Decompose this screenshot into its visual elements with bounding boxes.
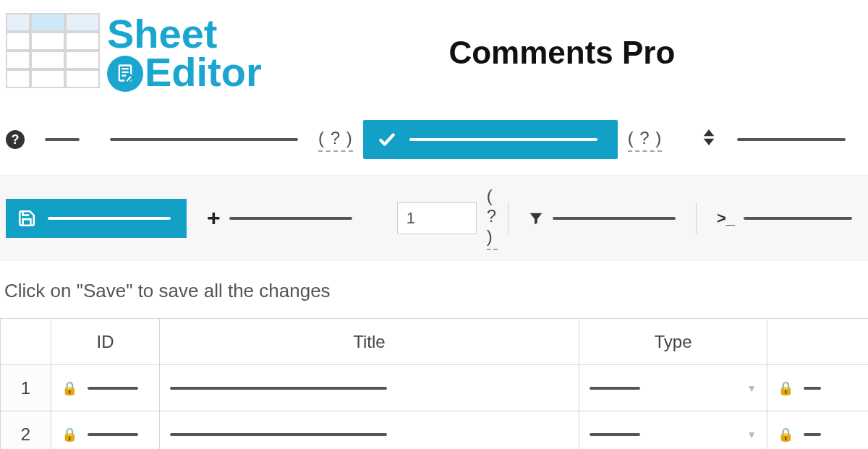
help-icon[interactable]: ? — [6, 130, 25, 149]
cell-type[interactable]: ▼ — [579, 365, 767, 411]
header-title[interactable]: Title — [160, 319, 579, 365]
toolbar-link-2[interactable] — [100, 123, 308, 156]
header-blank2 — [767, 319, 869, 365]
cell-id[interactable]: 🔒 — [51, 365, 160, 411]
cell-title[interactable] — [160, 411, 579, 450]
help-link-1[interactable]: ( ? ) — [318, 128, 353, 152]
toolbar-link-3[interactable] — [727, 123, 856, 156]
row-number[interactable]: 2 — [1, 411, 51, 450]
sheet-grid-icon — [6, 13, 100, 93]
save-icon — [17, 209, 36, 228]
logo-line1: Sheet — [107, 14, 262, 54]
filter-icon — [528, 210, 544, 226]
save-button[interactable] — [6, 199, 187, 238]
filter-button[interactable] — [518, 202, 686, 235]
header-id[interactable]: ID — [51, 319, 160, 365]
logo: Sheet Editor — [6, 13, 262, 93]
cell-extra[interactable]: 🔒 — [767, 411, 869, 450]
cell-type[interactable]: ▼ — [579, 411, 767, 450]
row-number[interactable]: 1 — [1, 365, 51, 411]
table-row: 2 🔒 ▼ 🔒 — [1, 411, 869, 450]
toolbar-row-1: ? ( ? ) ( ? ) — [0, 113, 868, 171]
edit-badge-icon — [107, 56, 143, 92]
terminal-icon: >_ — [717, 209, 735, 228]
chevron-down-icon: ▼ — [746, 382, 757, 394]
lock-icon: 🔒 — [61, 380, 77, 396]
cell-title[interactable] — [160, 365, 579, 411]
header-type[interactable]: Type — [579, 319, 767, 365]
console-button[interactable]: >_ — [707, 202, 862, 235]
help-link-2[interactable]: ( ? ) — [628, 128, 663, 152]
add-button[interactable]: + — [197, 202, 362, 235]
toolbar-row-2: + ( ? ) >_ — [0, 175, 868, 261]
primary-action-button[interactable] — [363, 120, 618, 159]
header-blank — [1, 319, 51, 365]
chevron-down-icon: ▼ — [746, 429, 757, 440]
help-link-3[interactable]: ( ? ) — [487, 186, 498, 250]
table-row: 1 🔒 ▼ 🔒 — [1, 365, 869, 411]
cell-id[interactable]: 🔒 — [51, 411, 160, 450]
lock-icon: 🔒 — [778, 427, 793, 442]
lock-icon: 🔒 — [61, 427, 77, 442]
save-hint: Click on "Save" to save all the changes — [0, 261, 868, 318]
spreadsheet-table: ID Title Type 1 🔒 ▼ 🔒 2 🔒 — [0, 318, 868, 449]
logo-line2: Editor — [107, 50, 262, 93]
check-icon — [378, 130, 396, 149]
sort-icon[interactable] — [701, 128, 717, 151]
cell-extra[interactable]: 🔒 — [767, 365, 869, 411]
page-number-input[interactable] — [397, 202, 477, 234]
lock-icon: 🔒 — [778, 380, 793, 396]
plus-icon: + — [207, 205, 221, 231]
logo-text: Sheet Editor — [107, 14, 262, 93]
page-title: Comments Pro — [262, 35, 862, 71]
toolbar-link-1[interactable] — [35, 123, 90, 156]
separator — [508, 202, 509, 234]
table-header-row: ID Title Type — [1, 319, 869, 365]
separator — [696, 202, 697, 234]
header: Sheet Editor Comments Pro — [0, 0, 868, 113]
